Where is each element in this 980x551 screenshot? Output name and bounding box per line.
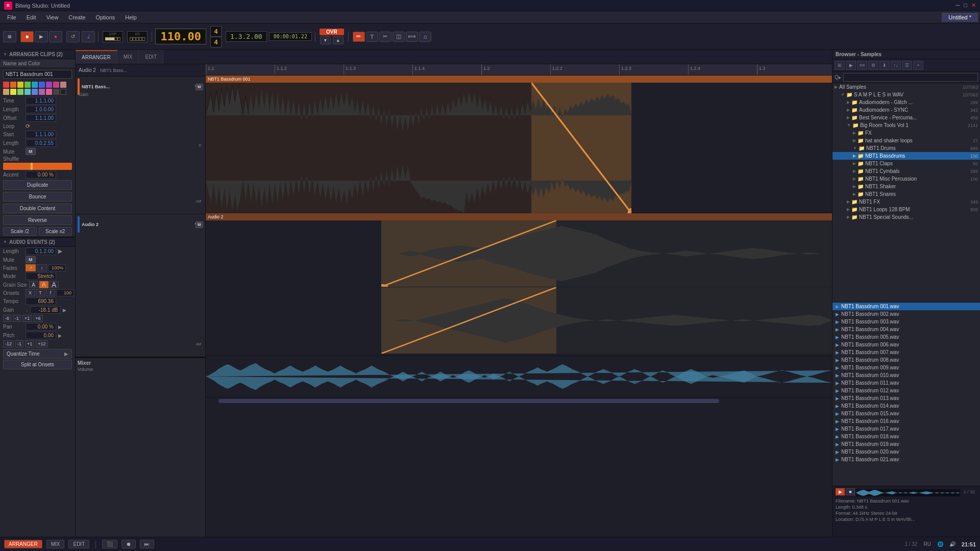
statusbar-skip-btn[interactable]: ⏭ — [140, 540, 154, 548]
loop-length-value[interactable]: 0.0.2.55 — [26, 139, 56, 147]
tree-item-3[interactable]: ▶ 📁 Best Service - Percuma... 456 — [832, 114, 980, 121]
clip-name-input[interactable] — [3, 70, 72, 79]
close-btn[interactable]: ✕ — [971, 2, 976, 9]
file-item-003[interactable]: ▶ NBT1 Bassdrum 003.wav — [832, 318, 980, 325]
menu-edit[interactable]: Edit — [21, 13, 41, 21]
menu-create[interactable]: Create — [63, 13, 90, 21]
quantize-btn[interactable]: Quantize Time ▶ — [3, 349, 72, 359]
tree-item-0[interactable]: ▼ 📁 S A M P L E S in WAV 107063 — [832, 91, 980, 98]
scale-double-btn[interactable]: Scale x2 — [39, 227, 72, 236]
file-item-001[interactable]: ▶ NBT1 Bassdrum 001.wav — [832, 303, 980, 310]
metronome-btn[interactable]: ♩ — [82, 31, 95, 42]
tree-item-1[interactable]: ▶ 📁 Audiomodern - Glitch ... 299 — [832, 98, 980, 106]
loop-btn[interactable]: ↺ — [66, 31, 80, 42]
tool-draw[interactable]: ✏ — [353, 32, 365, 42]
tree-item-loops[interactable]: ▶ 📁 NBT1 Loops 128 BPM 809 — [832, 206, 980, 213]
browser-search[interactable] — [843, 73, 978, 82]
grain-large[interactable]: A — [50, 281, 59, 288]
color-green[interactable] — [24, 82, 31, 88]
color-indigo[interactable] — [32, 89, 38, 95]
gain-6-btn[interactable]: -6 — [3, 315, 11, 322]
fade-value[interactable]: 100% — [48, 264, 66, 271]
tree-item-misc[interactable]: ▶ 📁 NBT1 Misc Percussion 100 — [832, 175, 980, 183]
onsets-value[interactable]: 100 — [56, 289, 74, 296]
fade-out-btn[interactable]: / — [37, 264, 47, 271]
file-item-007[interactable]: ▶ NBT1 Bassdrum 007.wav — [832, 348, 980, 356]
statusbar-square-btn[interactable]: ⬛ — [102, 540, 117, 548]
color-red[interactable] — [3, 82, 9, 88]
file-item-002[interactable]: ▶ NBT1 Bassdrum 002.wav — [832, 310, 980, 318]
double-content-btn[interactable]: Double Content — [3, 204, 72, 213]
file-item-018[interactable]: ▶ NBT1 Bassdrum 018.wav — [832, 433, 980, 440]
file-item-011[interactable]: ▶ NBT1 Bassdrum 011.wav — [832, 379, 980, 387]
audio-events-tri[interactable]: ▼ — [3, 240, 7, 244]
statusbar-edit-btn[interactable]: EDIT — [68, 540, 89, 548]
minimize-btn[interactable]: ─ — [956, 2, 960, 9]
file-item-008[interactable]: ▶ NBT1 Bassdrum 008.wav — [832, 356, 980, 364]
time-sig-top[interactable]: 4 — [210, 26, 222, 37]
menu-file[interactable]: File — [2, 13, 21, 21]
stop-btn[interactable]: ■ — [20, 31, 34, 42]
time-sig-bottom[interactable]: 4 — [210, 37, 222, 47]
fade-in-btn[interactable]: ↗ — [26, 264, 36, 271]
statusbar-circle-btn[interactable]: ⏺ — [121, 540, 136, 548]
all-samples-item[interactable]: ▶ All Samples 107063 — [832, 83, 980, 91]
file-item-009[interactable]: ▶ NBT1 Bassdrum 009.wav — [832, 364, 980, 371]
color-light-yellow[interactable] — [10, 89, 16, 95]
color-tan[interactable] — [3, 89, 9, 95]
browser-tool-8[interactable]: + — [913, 61, 923, 70]
pitch-plus1-btn[interactable]: +1 — [25, 340, 34, 347]
menu-options[interactable]: Options — [90, 13, 120, 21]
browser-tool-5[interactable]: ⬇ — [879, 61, 890, 70]
tree-item-bassdrums[interactable]: ▶ 📁 NBT1 Bassdrums 150 — [832, 152, 980, 160]
file-item-015[interactable]: ▶ NBT1 Bassdrum 015.wav — [832, 410, 980, 417]
color-teal[interactable] — [24, 89, 31, 95]
preview-play-btn[interactable]: ▶ — [836, 488, 845, 495]
onsets-f[interactable]: f — [46, 289, 55, 296]
onsets-t[interactable]: T — [36, 289, 45, 296]
color-yellow[interactable] — [17, 82, 23, 88]
file-item-013[interactable]: ▶ NBT1 Bassdrum 013.wav — [832, 394, 980, 402]
ae-gain-value[interactable]: -18.1 dB — [30, 306, 61, 314]
file-item-005[interactable]: ▶ NBT1 Bassdrum 005.wav — [832, 333, 980, 341]
ae-gain-inc[interactable]: ▶ — [63, 308, 66, 313]
gain-plus1-btn[interactable]: +1 — [22, 315, 32, 322]
statusbar-mix-btn[interactable]: MIX — [46, 540, 65, 548]
color-orange[interactable] — [10, 82, 16, 88]
grain-small[interactable]: A — [29, 281, 38, 288]
pitch-minus1-btn[interactable]: -1 — [15, 340, 23, 347]
hscroll-thumb[interactable] — [218, 399, 720, 403]
color-pink[interactable] — [53, 82, 59, 88]
ae-pitch-value[interactable]: 0.00 — [26, 332, 56, 339]
record-btn[interactable]: ● — [49, 31, 62, 42]
pitch-plus12-btn[interactable]: +12 — [36, 340, 47, 347]
browser-tool-1[interactable]: ⊞ — [835, 61, 845, 70]
menu-view[interactable]: View — [41, 13, 64, 21]
file-item-014[interactable]: ▶ NBT1 Bassdrum 014.wav — [832, 402, 980, 410]
menu-help[interactable]: Help — [120, 13, 142, 21]
color-blue[interactable] — [39, 82, 45, 88]
loop-start-value[interactable]: 1.1.1.00 — [26, 131, 56, 138]
ae-length-value[interactable]: 0.1.2.00 — [26, 247, 56, 255]
color-light-red[interactable] — [60, 82, 66, 88]
color-light-green[interactable] — [17, 89, 23, 95]
tool-cut[interactable]: ✂ — [379, 32, 391, 42]
browser-tool-4[interactable]: ⚙ — [868, 61, 878, 70]
color-rose[interactable] — [46, 89, 52, 95]
maximize-btn[interactable]: □ — [964, 2, 967, 9]
preview-stop-btn[interactable]: ■ — [846, 488, 855, 495]
shuffle-slider[interactable] — [3, 163, 72, 170]
color-cyan[interactable] — [32, 82, 38, 88]
duplicate-btn[interactable]: Duplicate — [3, 180, 72, 190]
tool-erase[interactable]: ◫ — [393, 32, 405, 42]
length-value[interactable]: 1.0.0.00 — [26, 106, 56, 113]
tree-item-5[interactable]: ▶ 📁 FX — [832, 129, 980, 137]
ae-length-inc[interactable]: ▶ — [58, 248, 62, 255]
tab-edit[interactable]: EDIT — [139, 50, 163, 64]
split-onsets-btn[interactable]: Split at Onsets — [3, 360, 72, 369]
tree-item-6[interactable]: ▶ 📁 hat and shaker loops 27 — [832, 137, 980, 144]
ovr-btn[interactable]: OVR — [320, 29, 344, 35]
ae-mode-value[interactable]: Stretch — [26, 272, 56, 280]
file-item-017[interactable]: ▶ NBT1 Bassdrum 017.wav — [832, 425, 980, 433]
file-item-004[interactable]: ▶ NBT1 Bassdrum 004.wav — [832, 325, 980, 333]
